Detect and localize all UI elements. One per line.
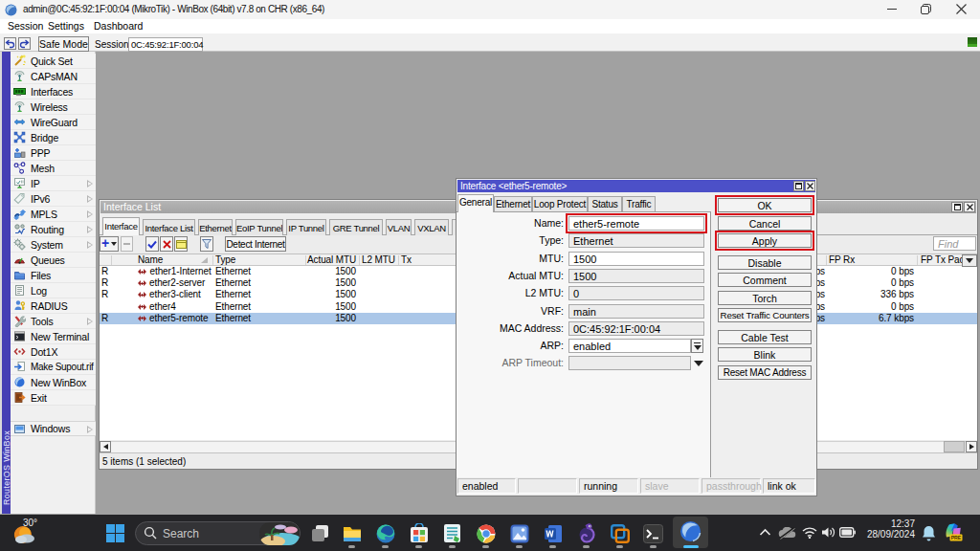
svg-text:PRE: PRE: [951, 535, 962, 540]
